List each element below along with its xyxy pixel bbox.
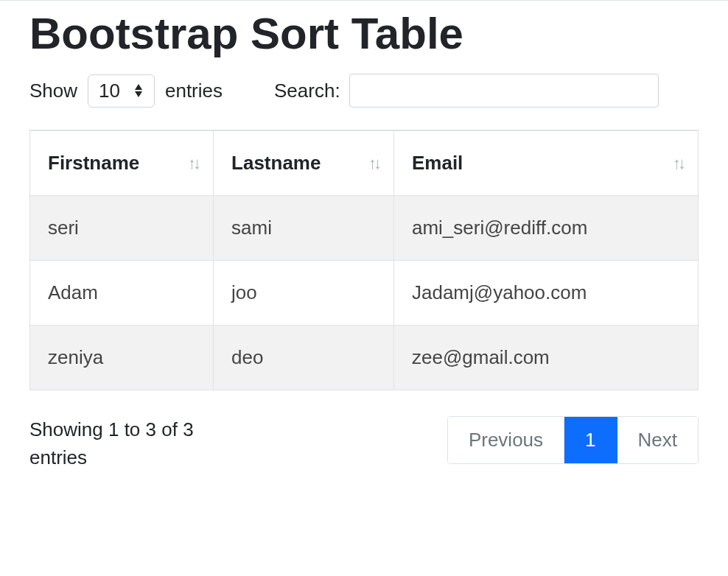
show-label: Show: [29, 80, 77, 102]
cell-email: Jadamj@yahoo.com: [393, 261, 698, 326]
table-row: seri sami ami_seri@rediff.com: [30, 196, 699, 261]
column-label: Lastname: [231, 152, 321, 174]
svg-marker-1: [135, 91, 142, 97]
page-title: Bootstrap Sort Table: [29, 8, 699, 59]
cell-email: zee@gmail.com: [393, 326, 698, 390]
search-label: Search:: [274, 80, 340, 102]
next-button[interactable]: Next: [617, 417, 698, 463]
sort-arrows-icon: [133, 83, 144, 98]
cell-email: ami_seri@rediff.com: [393, 196, 698, 261]
cell-lastname: deo: [214, 326, 394, 390]
entries-select[interactable]: 10: [88, 74, 155, 108]
cell-firstname: seri: [30, 196, 214, 261]
cell-firstname: zeniya: [30, 326, 214, 390]
svg-marker-0: [135, 84, 142, 90]
column-header-firstname[interactable]: Firstname ↑↓: [30, 130, 214, 196]
column-header-email[interactable]: Email ↑↓: [393, 130, 698, 196]
search-input[interactable]: [349, 74, 659, 108]
entries-label: entries: [165, 80, 223, 102]
table-row: zeniya deo zee@gmail.com: [30, 326, 699, 390]
sort-icon: ↑↓: [673, 154, 683, 173]
cell-lastname: joo: [214, 261, 394, 326]
sort-icon: ↑↓: [368, 154, 379, 173]
column-header-lastname[interactable]: Lastname ↑↓: [214, 130, 394, 196]
sort-icon: ↑↓: [188, 154, 198, 173]
table-row: Adam joo Jadamj@yahoo.com: [30, 261, 699, 326]
cell-lastname: sami: [214, 196, 394, 261]
page-1-button[interactable]: 1: [564, 417, 617, 463]
column-label: Email: [412, 152, 463, 174]
pagination: Previous 1 Next: [447, 416, 699, 464]
table-info: Showing 1 to 3 of 3 entries: [29, 416, 221, 471]
previous-button[interactable]: Previous: [448, 417, 564, 463]
column-label: Firstname: [48, 152, 139, 174]
data-table: Firstname ↑↓ Lastname ↑↓ Email ↑↓ seri s…: [29, 130, 699, 390]
cell-firstname: Adam: [30, 261, 214, 326]
entries-select-value: 10: [99, 80, 120, 102]
